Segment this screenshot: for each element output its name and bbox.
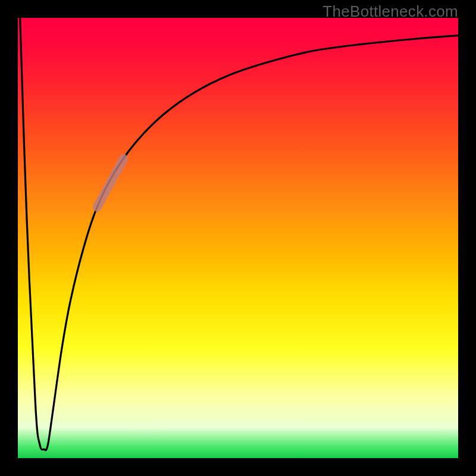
bottleneck-curve [20,18,458,450]
curve-layer [18,18,458,458]
plot-area [18,18,458,458]
chart-frame: TheBottleneck.com [0,0,476,476]
watermark-text: TheBottleneck.com [322,2,458,21]
highlight-segment [97,159,123,207]
